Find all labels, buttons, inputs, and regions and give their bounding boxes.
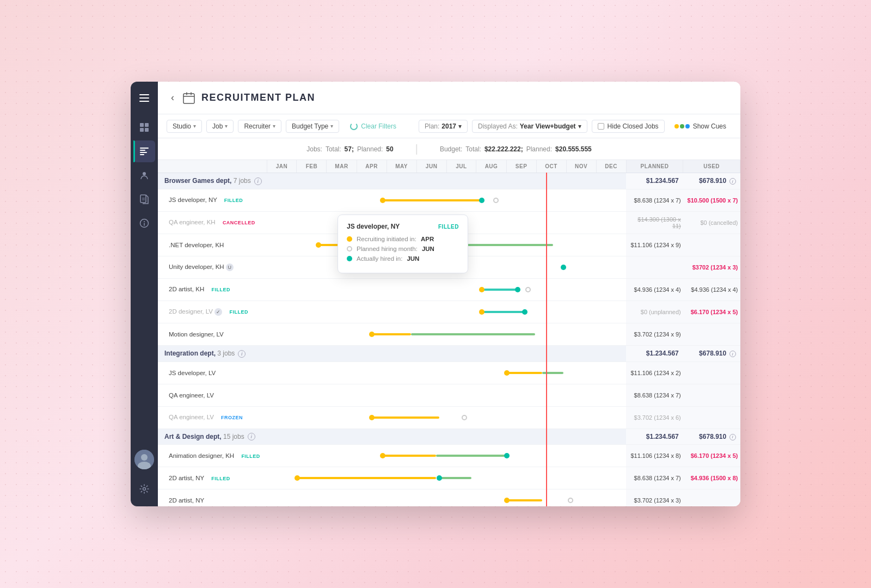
job-planned: $4.936 (1234 x 4)	[626, 278, 683, 301]
gantt-dot	[515, 287, 520, 292]
svg-rect-3	[145, 128, 149, 132]
dept-month-cell	[596, 345, 626, 362]
table-row[interactable]: QA engineer, LV$8.638 (1234 x 7)	[158, 384, 740, 406]
table-row[interactable]: QA engineer, LV FROZEN$3.702 (1234 x 6)	[158, 406, 740, 428]
table-row[interactable]: 2D artist, NY$3.702 (1234 x 3)	[158, 489, 740, 506]
sidebar-item-files[interactable]	[133, 188, 155, 210]
col-sep: SEP	[506, 160, 536, 173]
dept-month-cell	[566, 428, 596, 445]
dept-month-cell	[297, 173, 327, 189]
plan-selector[interactable]: Plan: 2017 ▾	[419, 120, 468, 133]
job-name-cell: QA engineer, LV	[158, 384, 267, 406]
gantt-dot	[561, 265, 566, 270]
job-used: $4.936 (1234 x 4)	[683, 278, 740, 301]
gantt-table: JAN FEB MAR APR MAY JUN JUL AUG SEP OCT …	[158, 160, 740, 506]
gantt-dot	[568, 498, 573, 503]
job-name-cell: 2D artist, NY FILLED	[158, 467, 267, 489]
dept-month-cell	[297, 345, 327, 362]
calendar-icon	[183, 92, 195, 104]
svg-rect-9	[140, 195, 146, 203]
dept-month-cell	[446, 345, 476, 362]
budget-type-filter[interactable]: Budget Type ▾	[286, 120, 339, 133]
gantt-dot	[479, 287, 484, 292]
dept-month-cell	[596, 173, 626, 189]
table-row[interactable]: JS developer, LV$11.106 (1234 x 2)	[158, 362, 740, 384]
job-planned: $11.106 (1234 x 8)	[626, 445, 683, 467]
sidebar-nav	[133, 117, 155, 450]
col-jun: JUN	[416, 160, 446, 173]
svg-rect-2	[140, 128, 144, 132]
checkbox-icon	[598, 123, 604, 130]
job-used	[683, 362, 740, 384]
dept-used: $678.910 i	[683, 428, 740, 445]
table-row[interactable]: JS developer, NY FILLED$8.638 (1234 x 7)…	[158, 189, 740, 211]
table-row[interactable]: Animation designer, KH FILLED$11.106 (12…	[158, 445, 740, 467]
gantt-bar	[411, 333, 535, 335]
table-row[interactable]: Motion designer, LV$3.702 (1234 x 9)	[158, 323, 740, 345]
sidebar-item-people[interactable]	[133, 164, 155, 186]
dept-month-cell	[446, 173, 476, 189]
col-dec: DEC	[596, 160, 626, 173]
col-oct: OCT	[536, 160, 566, 173]
dept-month-cell	[387, 345, 416, 362]
job-used: $0 (cancelled)	[683, 211, 740, 234]
gantt-cell	[267, 301, 626, 323]
job-planned: $8.638 (1234 x 7)	[626, 467, 683, 489]
tooltip-name: JS developer, NY	[347, 223, 400, 230]
job-name-cell: JS developer, LV	[158, 362, 267, 384]
col-header-name	[158, 160, 267, 173]
gantt-bar	[383, 199, 482, 201]
col-jul: JUL	[446, 160, 476, 173]
table-row[interactable]: 2D artist, KH FILLED$4.936 (1234 x 4)$4.…	[158, 278, 740, 301]
stat-divider: |	[415, 143, 418, 155]
sidebar-bottom	[133, 450, 155, 500]
hide-closed-button[interactable]: Hide Closed Jobs	[592, 120, 665, 133]
sidebar-item-gantt[interactable]	[133, 140, 155, 162]
recruiter-filter[interactable]: Recruiter ▾	[238, 120, 281, 133]
col-apr: APR	[357, 160, 387, 173]
table-row[interactable]: 2D designer, LV ✓ FILLED$0 (unplanned)$6…	[158, 301, 740, 323]
dept-month-cell	[327, 345, 357, 362]
job-name-cell: Unity developer, KH U	[158, 256, 267, 278]
dept-month-cell	[267, 428, 297, 445]
dept-month-cell	[566, 345, 596, 362]
job-planned: $3.702 (1234 x 3)	[626, 489, 683, 506]
menu-button[interactable]	[134, 88, 154, 108]
dept-month-cell	[416, 173, 446, 189]
back-button[interactable]: ‹	[169, 90, 176, 106]
gantt-dot	[493, 198, 499, 203]
dept-month-cell	[596, 428, 626, 445]
dept-planned: $1.234.567	[626, 345, 683, 362]
gantt-bar	[372, 333, 411, 335]
toolbar: Studio ▾ Job ▾ Recruiter ▾ Budget Type ▾…	[158, 114, 740, 138]
col-header-used: USED	[683, 160, 740, 173]
sidebar-item-dashboard[interactable]	[133, 117, 155, 138]
tooltip-row-2: Planned hiring month: JUN	[347, 246, 459, 252]
dept-month-cell	[416, 345, 446, 362]
job-filter[interactable]: Job ▾	[206, 120, 234, 133]
sidebar-item-info[interactable]	[133, 212, 155, 234]
dept-month-cell	[357, 345, 387, 362]
svg-rect-19	[183, 94, 194, 103]
dept-month-cell	[297, 428, 327, 445]
avatar[interactable]	[134, 450, 154, 469]
display-selector[interactable]: Displayed As: Year View+budget ▾	[472, 120, 587, 133]
dept-month-cell	[536, 173, 566, 189]
active-indicator	[133, 140, 135, 162]
clear-filters-button[interactable]: Clear Filters	[344, 120, 403, 132]
gantt-dot	[369, 415, 375, 420]
gantt-dot	[525, 287, 531, 292]
gantt-container[interactable]: JAN FEB MAR APR MAY JUN JUL AUG SEP OCT …	[158, 160, 740, 506]
gantt-bar	[383, 455, 436, 457]
show-cues-button[interactable]: Show Cues	[669, 120, 732, 132]
gantt-bar	[297, 477, 436, 479]
studio-filter[interactable]: Studio ▾	[167, 120, 202, 133]
job-name-cell: QA engineer, LV FROZEN	[158, 406, 267, 428]
col-feb: FEB	[297, 160, 327, 173]
job-used	[683, 323, 740, 345]
sidebar-item-settings[interactable]	[133, 478, 155, 500]
table-row[interactable]: 2D artist, NY FILLED$8.638 (1234 x 7)$4.…	[158, 467, 740, 489]
gantt-dot	[316, 242, 321, 248]
tooltip-row-3: Actually hired in: JUN	[347, 255, 459, 262]
dept-month-cell	[506, 345, 536, 362]
